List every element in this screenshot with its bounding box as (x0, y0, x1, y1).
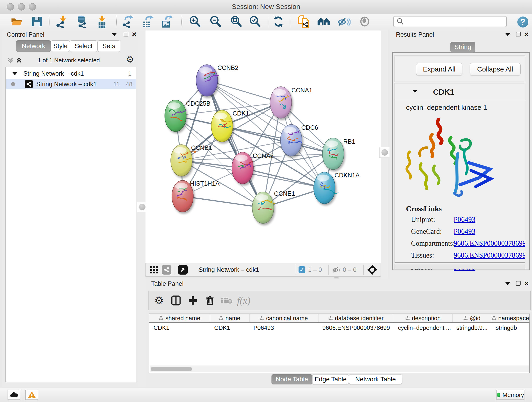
expand-all-button[interactable]: Expand All (416, 63, 462, 75)
show-all-button[interactable] (356, 14, 374, 29)
tab-node-table[interactable]: Node Table (272, 374, 312, 384)
hide-selected-button[interactable] (335, 14, 352, 29)
toolbar-separator (116, 16, 117, 27)
float-panel-icon[interactable] (516, 32, 520, 36)
column-header-canonical-name[interactable]: canonical name (249, 314, 318, 322)
zoom-fit-button[interactable] (227, 14, 245, 29)
splitter-handle[interactable] (380, 147, 390, 158)
refresh-button[interactable] (270, 14, 287, 29)
table-horizontal-scrollbar[interactable] (150, 366, 529, 372)
network-collection-row[interactable]: String Network – cdk1 1 (6, 68, 136, 79)
results-vertical-scrollbar[interactable] (525, 53, 529, 269)
table-cell[interactable]: 9606.ENSP00000378699 (318, 322, 394, 333)
create-column-plus-icon[interactable] (184, 293, 201, 308)
column-header-database-identifier[interactable]: database identifier (318, 314, 394, 322)
protein-structure-image (400, 113, 499, 203)
table-cell[interactable]: CDK1 (210, 322, 249, 333)
crosslink-link[interactable]: P06493 (454, 227, 475, 236)
crosslink-link[interactable]: P06493 (454, 216, 475, 224)
column-header-name[interactable]: name (210, 314, 249, 322)
refresh-icon (272, 15, 285, 28)
zoom-fit-icon (229, 15, 243, 28)
network-options-gear-icon[interactable]: ⚙ (126, 54, 134, 65)
column-header-shared-name[interactable]: shared name (149, 314, 210, 322)
delete-column-trash-icon[interactable] (201, 293, 218, 308)
close-panel-icon[interactable]: ✕ (524, 280, 529, 287)
string-network-graph[interactable]: CCNB2CCNA1CDC25BCDK1CDC6RB1CCNB1CCNA2CDK… (146, 31, 381, 263)
string-results-container: Expand All Collapse All CDK1 cyclin–depe… (392, 52, 530, 270)
column-header-description[interactable]: description (394, 314, 452, 322)
selected-count-checkbox-icon[interactable]: ✓ (298, 266, 305, 273)
import-network-file-button[interactable] (53, 14, 70, 29)
eye-slash-icon (337, 15, 351, 28)
crosslink-link[interactable]: 9606.ENSP00000378699 (454, 239, 526, 248)
table-cell[interactable]: stringdb:9... (452, 322, 492, 333)
zoom-selected-icon (248, 15, 261, 28)
export-image-button[interactable] (158, 14, 176, 29)
gene-expander-icon[interactable] (412, 90, 418, 93)
scrollbar-thumb[interactable] (151, 367, 192, 371)
zoom-selected-button[interactable] (246, 14, 264, 29)
table-row[interactable]: CDK1CDK1P064939606.ENSP00000378699cyclin… (149, 322, 529, 333)
table-cell[interactable]: CDK1 (149, 322, 210, 333)
fit-content-crosshair-icon[interactable] (367, 264, 378, 275)
zoom-in-button[interactable] (186, 14, 203, 29)
collapse-all-networks-icon[interactable] (15, 56, 23, 65)
export-network-button[interactable] (119, 14, 136, 29)
import-network-database-button[interactable] (73, 14, 90, 29)
tab-select[interactable]: Select (70, 40, 97, 52)
crosslink-link[interactable]: 9606.ENSP00000378699 (454, 251, 526, 259)
zoom-out-button[interactable] (207, 14, 224, 29)
title-bar: Session: New Session (0, 0, 532, 14)
results-horizontal-scrollbar[interactable] (394, 264, 527, 269)
node-label-ccne1: CCNE1 (274, 190, 295, 197)
open-session-button[interactable] (8, 14, 25, 29)
help-button[interactable]: ? (517, 17, 528, 27)
column-header--id[interactable]: @id (452, 314, 492, 322)
tab-network[interactable]: Network (16, 40, 51, 52)
grid-view-icon[interactable] (149, 265, 158, 275)
left-splitter[interactable] (139, 30, 146, 387)
column-header-namespace[interactable]: namespace (492, 314, 529, 322)
collection-expander-icon[interactable] (12, 72, 17, 75)
table-cell[interactable]: stringdb (492, 322, 529, 333)
float-panel-icon[interactable] (124, 32, 128, 36)
table-settings-gear-icon[interactable]: ⚙ (151, 293, 167, 308)
gene-header-row[interactable]: CDK1 (395, 83, 527, 100)
tab-style[interactable]: Style (51, 40, 70, 52)
birdseye-icon[interactable] (178, 265, 188, 274)
memory-button[interactable]: Memory (496, 390, 525, 400)
node-table-grid[interactable]: shared namenamecanonical namedatabase id… (149, 314, 530, 333)
network-overview-icon[interactable] (162, 265, 171, 274)
tab-string[interactable]: String (450, 42, 475, 52)
panel-menu-icon[interactable] (505, 282, 510, 285)
expand-all-networks-icon[interactable] (6, 56, 14, 65)
panel-menu-icon[interactable] (112, 33, 117, 36)
warnings-button[interactable] (25, 390, 38, 400)
cloud-status-button[interactable] (7, 390, 20, 400)
search-icon (396, 18, 404, 26)
panel-menu-icon[interactable] (505, 33, 510, 36)
close-panel-icon[interactable]: ✕ (524, 31, 529, 38)
network-row-selected[interactable]: String Network – cdk1 11 48 (6, 79, 136, 89)
right-splitter[interactable] (381, 30, 388, 279)
tab-edge-table[interactable]: Edge Table (312, 374, 349, 384)
home-button[interactable] (315, 14, 332, 29)
tab-network-table[interactable]: Network Table (349, 374, 402, 384)
save-session-button[interactable] (28, 14, 46, 29)
network-canvas[interactable]: CCNB2CCNA1CDC25BCDK1CDC6RB1CCNB1CCNA2CDK… (146, 31, 381, 263)
table-cell[interactable]: P06493 (249, 322, 318, 333)
show-columns-icon[interactable] (167, 293, 184, 308)
export-table-button[interactable] (139, 14, 156, 29)
node-label-ccna1: CCNA1 (291, 87, 312, 94)
close-panel-icon[interactable]: ✕ (132, 31, 137, 38)
tab-sets[interactable]: Sets (97, 40, 120, 52)
node-label-ccnb1: CCNB1 (191, 144, 212, 151)
search-input[interactable] (404, 18, 501, 26)
import-table-button[interactable] (93, 14, 111, 29)
table-cell[interactable]: cyclin–dependent ... (394, 322, 452, 333)
string-import-button[interactable] (296, 14, 313, 29)
collapse-all-button[interactable]: Collapse All (470, 63, 520, 75)
node-label-cdc6: CDC6 (301, 124, 318, 131)
float-panel-icon[interactable] (516, 281, 520, 286)
